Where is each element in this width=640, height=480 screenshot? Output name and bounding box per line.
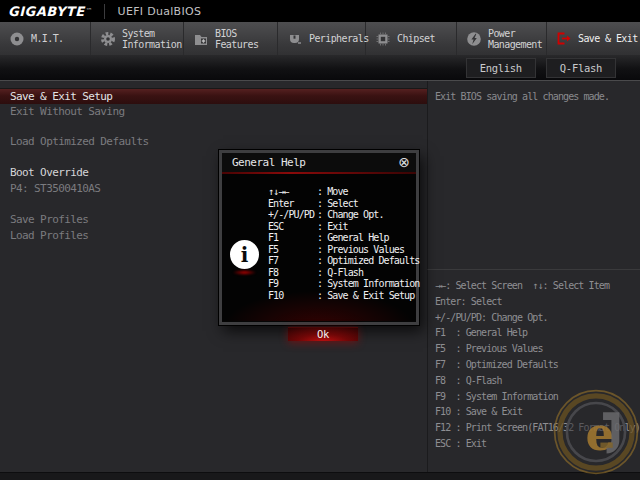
dialog-key-row: ESC: Exit [222,221,416,233]
key-action: : Move [317,186,348,198]
help-line: →←: Select Screen ↑↓: Select Item [435,278,638,294]
dialog-key-list: ↑↓→←: Move Enter: Select +/-/PU/PD: Chan… [222,174,416,301]
tab-bar: M.I.T. System Information BIOS Features … [0,22,640,55]
help-line: F5 : Previous Values [435,341,638,357]
language-button[interactable]: English [466,58,536,78]
help-line: F12 : Print Screen(FAT16/32 Format Only) [435,420,638,436]
key-name: Enter [268,198,317,210]
key-name: +/-/PU/PD [268,209,317,221]
tab-label: Power Management [488,28,546,50]
general-help-dialog: General Help ⊗ i ↑↓→←: Move Enter: Selec… [219,150,419,325]
info-icon: i [230,240,259,269]
key-action: : System Information [317,278,419,290]
close-icon[interactable]: ⊗ [398,154,410,171]
key-action: : Select [317,198,358,210]
tab-label: Save & Exit [578,33,638,44]
bios-screen: GIGABYTE ™ UEFI DualBIOS M.I.T. System I… [0,0,640,480]
help-line: F9 : System Information [435,389,638,405]
help-line: F10 : Save & Exit [435,404,638,420]
chip-icon [374,30,391,47]
key-name: F7 [268,255,317,267]
help-line: F1 : General Help [435,325,638,341]
dialog-key-row: Enter: Select [222,198,416,210]
bottom-strip [0,472,640,480]
dialog-key-row: +/-/PU/PD: Change Opt. [222,209,416,221]
key-action: : Q-Flash [317,267,363,279]
key-name: F9 [268,278,317,290]
dialog-title: General Help [222,156,305,169]
dialog-key-row: ↑↓→←: Move [222,186,416,198]
gigabyte-logo: GIGABYTE [0,4,85,19]
dialog-key-row: F9: System Information [222,278,416,290]
key-name: F8 [268,267,317,279]
dialog-body: i ↑↓→←: Move Enter: Select +/-/PU/PD: Ch… [222,174,416,321]
key-name: F1 [268,232,317,244]
key-name: F10 [268,290,317,302]
tab-label: Peripherals [309,33,369,44]
utility-bar: English Q-Flash [0,55,640,80]
gauge-icon [8,30,25,47]
help-line: +/-/PU/PD: Change Opt. [435,310,638,326]
qflash-button[interactable]: Q-Flash [546,58,616,78]
header-divider [104,4,105,19]
tab-label: System Information [122,28,183,50]
exit-icon [555,30,572,47]
tab-chipset[interactable]: Chipset [366,22,457,55]
help-line: Enter: Select [435,294,638,310]
key-action: : Exit [317,221,348,233]
gear-icon [99,30,116,47]
menu-item-save-exit-setup[interactable]: Save & Exit Setup [0,88,427,104]
dialog-title-bar: General Help ⊗ [222,153,416,172]
key-name: F5 [268,244,317,256]
menu-item-exit-without-saving[interactable]: Exit Without Saving [0,104,427,120]
key-help-panel: →←: Select Screen ↑↓: Select Item Enter:… [427,269,640,473]
tab-bios-features[interactable]: BIOS Features [184,22,278,55]
key-name: ↑↓→← [268,186,317,198]
tab-label: Chipset [397,33,435,44]
help-line: ESC : Exit [435,436,638,452]
item-description-text: Exit BIOS saving all changes made. [435,90,634,103]
dialog-key-row: F10: Save & Exit Setup [222,290,416,302]
menu-item-load-optimized-defaults[interactable]: Load Optimized Defaults [0,134,427,150]
key-action: : Change Opt. [317,209,384,221]
help-line: F8 : Q-Flash [435,373,638,389]
tab-mit[interactable]: M.I.T. [0,22,91,55]
key-action: : Optimized Defaults [317,255,419,267]
key-name: ESC [268,221,317,233]
mouse-icon [286,30,303,47]
key-action: : Save & Exit Setup [317,290,414,302]
key-action: : Previous Values [317,244,404,256]
lightning-icon [465,30,482,47]
tab-system-information[interactable]: System Information [91,22,184,55]
menu-spacer [0,120,427,134]
trademark-symbol: ™ [86,7,93,15]
title-bar: GIGABYTE ™ UEFI DualBIOS [0,0,640,22]
uefi-dualbios-label: UEFI DualBIOS [118,5,202,18]
tab-label: BIOS Features [215,28,277,50]
tab-power-management[interactable]: Power Management [457,22,547,55]
ok-button[interactable]: Ok [288,327,358,341]
tab-save-exit[interactable]: Save & Exit [547,22,640,55]
tab-label: M.I.T. [31,33,64,44]
help-line: F7 : Optimized Defaults [435,357,638,373]
key-action: : General Help [317,232,389,244]
tab-peripherals[interactable]: Peripherals [278,22,366,55]
item-description-panel: Exit BIOS saving all changes made. [427,81,640,269]
folder-plus-icon [192,30,209,47]
